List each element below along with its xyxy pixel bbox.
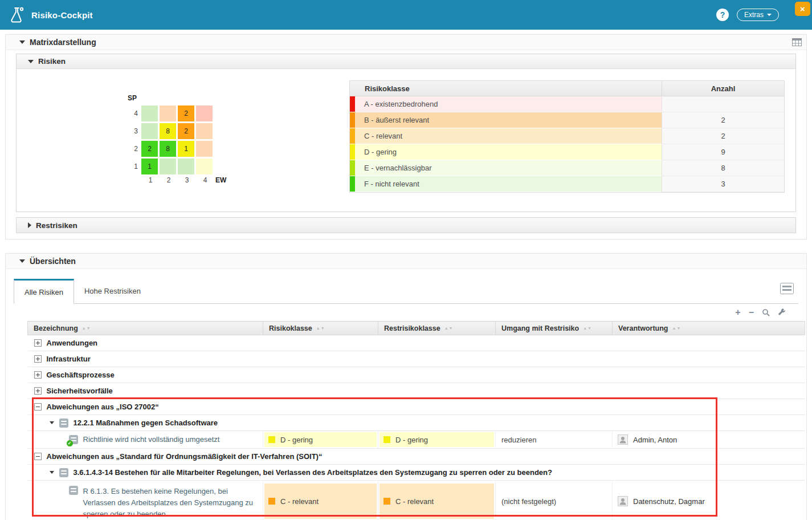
owner-cell: Admin, Anton [613, 431, 805, 449]
y-tick: 2 [128, 145, 138, 153]
tree-group-row[interactable]: Sicherheitsvorfälle [28, 383, 805, 399]
class-count: 8 [662, 160, 784, 176]
overview-section: Übersichten Alle Risiken Hohe Restrisike… [5, 253, 807, 520]
column-label: Risikoklasse [269, 324, 312, 332]
collapse-triangle-icon [19, 40, 25, 44]
risk-class-label: D - gering [280, 436, 313, 444]
sort-icons [78, 324, 91, 332]
sort-icons [579, 324, 592, 332]
app-logo-flask-icon [9, 6, 24, 23]
matrix-cell [160, 159, 176, 174]
sort-icons [440, 324, 454, 332]
class-label: C - relevant [355, 128, 662, 144]
group-title: Sicherheitsvorfälle [47, 387, 113, 395]
handling-cell: reduzieren [496, 431, 613, 449]
expand-all-button[interactable]: + [735, 308, 740, 317]
control-icon [59, 468, 68, 477]
matrix-cell: 8 [160, 123, 176, 139]
tree-risk-row[interactable]: R 6.1.3. Es bestehen keine Regelungen, b… [28, 481, 805, 520]
residual-class-label: D - gering [395, 436, 428, 444]
control-title: 12.2.1 Maßnahmen gegen Schadsoftware [74, 419, 218, 427]
class-color-bar [350, 144, 355, 160]
table-toolbar: + − [6, 304, 806, 321]
risk-class-row: C - relevant 2 [350, 128, 784, 144]
tree-group-row[interactable]: Abweichungen aus „Standard für Ordnungsm… [28, 449, 805, 465]
settings-wrench-icon[interactable] [778, 308, 786, 316]
tree-group-row[interactable]: Infrastruktur [28, 351, 805, 367]
matrix-cell [141, 123, 158, 139]
group-title: Abweichungen aus „ISO 27002“ [47, 403, 159, 411]
tab-alle-risiken[interactable]: Alle Risiken [14, 279, 74, 304]
collapse-minus-icon[interactable] [34, 453, 42, 460]
column-header-bezeichnung[interactable]: Bezeichnung [28, 322, 263, 335]
tree-control-row[interactable]: 3.6.1.4.3-14 Bestehen für alle Mitarbeit… [28, 465, 805, 481]
expand-plus-icon[interactable] [34, 387, 42, 395]
risk-title: R 6.1.3. Es bestehen keine Regelungen, b… [83, 486, 261, 520]
risk-class-row: B - äußerst relevant 2 [350, 112, 784, 128]
group-title: Infrastruktur [47, 355, 91, 363]
residual-class-color-icon [383, 436, 390, 443]
column-label: Restrisikoklasse [384, 324, 440, 332]
tree-group-row[interactable]: Anwendungen [28, 335, 805, 351]
column-header-umgang[interactable]: Umgang mit Restrisiko [496, 322, 613, 335]
residual-class-chip: C - relevant [380, 484, 494, 519]
control-title: 3.6.1.4.3-14 Bestehen für alle Mitarbeit… [74, 468, 552, 477]
tree-group-row[interactable]: Abweichungen aus „ISO 27002“ [28, 399, 805, 415]
column-header-risikoklasse[interactable]: Risikoklasse [263, 322, 378, 335]
x-tick: 4 [196, 176, 214, 184]
tree-group-row[interactable]: Geschäftsprozesse [28, 367, 805, 383]
class-count: 2 [662, 112, 784, 128]
class-label: D - gering [355, 144, 662, 160]
app-header: Risiko-Cockpit ? Extras × [0, 0, 812, 30]
extras-button[interactable]: Extras [737, 9, 779, 21]
risk-title: Richtlinie wird nicht vollständig umgese… [83, 434, 220, 445]
residual-class-chip: D - gering [380, 432, 494, 447]
content: Matrixdarstellung Risiken [0, 30, 812, 520]
matrix-view-grid-icon[interactable] [792, 38, 802, 46]
close-button[interactable]: × [795, 2, 810, 16]
column-header-restrisikoklasse[interactable]: Restrisikoklasse [378, 322, 496, 335]
app-title: Risiko-Cockpit [31, 10, 93, 20]
matrix-cell [178, 159, 194, 174]
tree-control-row[interactable]: 12.2.1 Maßnahmen gegen Schadsoftware [28, 415, 805, 431]
chevron-down-icon [767, 14, 772, 16]
x-tick: 1 [141, 176, 160, 184]
column-label: Bezeichnung [34, 324, 78, 332]
collapse-triangle-icon[interactable] [50, 471, 54, 474]
person-avatar-icon [618, 434, 628, 445]
risk-class-label: C - relevant [280, 497, 319, 506]
expand-plus-icon[interactable] [34, 371, 42, 379]
help-button[interactable]: ? [716, 9, 729, 21]
sort-icons [312, 324, 325, 332]
group-title: Anwendungen [47, 339, 98, 347]
matrix-cell: 8 [160, 141, 176, 157]
matrix-section: Matrixdarstellung Risiken [5, 34, 807, 239]
search-icon[interactable] [762, 308, 770, 316]
tree-risk-row[interactable]: Richtlinie wird nicht vollständig umgese… [28, 431, 805, 449]
y-tick: 1 [128, 162, 138, 170]
column-header-verantwortung[interactable]: Verantwortung [613, 322, 805, 335]
matrix-section-header[interactable]: Matrixdarstellung [6, 35, 806, 50]
matrix-cell: 2 [178, 105, 194, 121]
risiken-header[interactable]: Risiken [17, 54, 795, 69]
collapse-minus-icon[interactable] [34, 403, 42, 411]
extras-label: Extras [744, 11, 764, 19]
tab-hohe-restrisiken[interactable]: Hohe Restrisiken [74, 278, 151, 303]
expand-plus-icon[interactable] [34, 339, 42, 347]
column-label: Umgang mit Restrisiko [501, 324, 579, 332]
collapse-all-button[interactable]: − [749, 308, 754, 317]
expand-plus-icon[interactable] [34, 355, 42, 363]
class-color-bar [350, 160, 355, 176]
restrisiken-header[interactable]: Restrisiken [16, 217, 796, 233]
overview-section-header[interactable]: Übersichten [6, 254, 806, 269]
risk-class-row: F - nicht relevant 3 [350, 176, 784, 192]
matrix-cell [141, 105, 158, 121]
matrix-cell [196, 105, 213, 121]
collapse-triangle-icon[interactable] [50, 421, 54, 424]
risk-class-row: E - vernachlässigbar 8 [350, 160, 784, 176]
matrix-cell [196, 141, 213, 157]
class-color-bar [350, 128, 355, 144]
risk-class-chip: C - relevant [264, 484, 377, 519]
layout-view-icon[interactable] [780, 283, 794, 296]
y-tick: 4 [128, 109, 138, 117]
